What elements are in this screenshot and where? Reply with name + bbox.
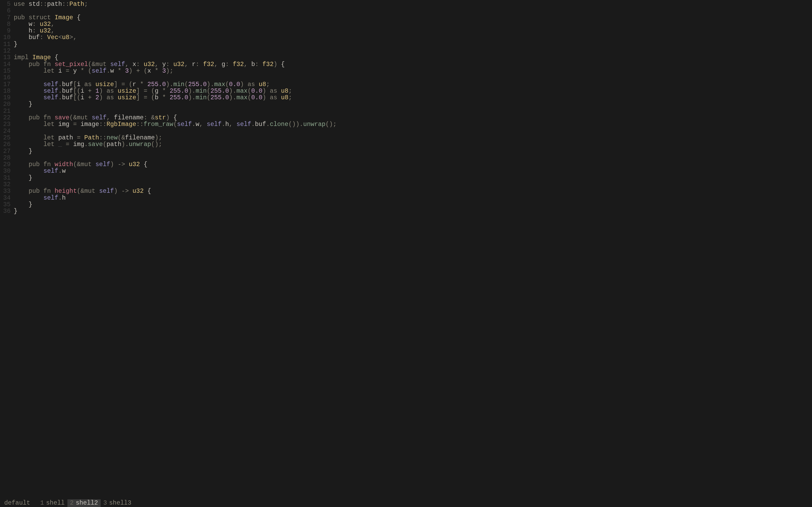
code-content[interactable] bbox=[12, 48, 812, 54]
line-number: 32 bbox=[0, 181, 12, 188]
line-number: 24 bbox=[0, 128, 12, 135]
window-index: 3 bbox=[103, 500, 107, 506]
code-line[interactable]: 32 bbox=[0, 181, 812, 188]
code-content[interactable]: pub struct Image { bbox=[12, 14, 812, 21]
line-number: 6 bbox=[0, 8, 12, 14]
code-content[interactable]: } bbox=[12, 202, 812, 208]
code-line[interactable]: 26 let _ = img.save(path).unwrap(); bbox=[0, 141, 812, 148]
code-content[interactable]: } bbox=[12, 101, 812, 108]
code-content[interactable] bbox=[12, 74, 812, 81]
code-line[interactable]: 6 bbox=[0, 8, 812, 14]
code-content[interactable]: let path = Path::new(&filename); bbox=[12, 135, 812, 141]
code-line[interactable]: 23 let img = image::RgbImage::from_raw(s… bbox=[0, 121, 812, 128]
code-content[interactable] bbox=[12, 8, 812, 14]
code-line[interactable]: 16 bbox=[0, 74, 812, 81]
window-index: 2 bbox=[70, 500, 74, 506]
tmux-window-tab[interactable]: 1shell bbox=[38, 499, 67, 507]
code-line[interactable]: 8 w: u32, bbox=[0, 21, 812, 28]
code-content[interactable] bbox=[12, 181, 812, 188]
code-content[interactable]: } bbox=[12, 208, 812, 215]
line-number: 21 bbox=[0, 108, 12, 115]
window-name: shell2 bbox=[76, 500, 98, 506]
code-line[interactable]: 30 self.w bbox=[0, 168, 812, 175]
line-number: 12 bbox=[0, 48, 12, 54]
line-number: 9 bbox=[0, 28, 12, 34]
code-content[interactable]: } bbox=[12, 41, 812, 48]
line-number: 8 bbox=[0, 21, 12, 28]
line-number: 18 bbox=[0, 88, 12, 95]
session-name: default bbox=[4, 500, 30, 506]
line-number: 17 bbox=[0, 81, 12, 88]
code-line[interactable]: 34 self.h bbox=[0, 195, 812, 202]
line-number: 10 bbox=[0, 34, 12, 41]
line-number: 19 bbox=[0, 95, 12, 101]
line-number: 14 bbox=[0, 61, 12, 68]
code-line[interactable]: 25 let path = Path::new(&filename); bbox=[0, 135, 812, 141]
code-editor[interactable]: 5use std::path::Path;67pub struct Image … bbox=[0, 0, 812, 499]
code-content[interactable]: let _ = img.save(path).unwrap(); bbox=[12, 141, 812, 148]
code-content[interactable]: pub fn height(&mut self) -> u32 { bbox=[12, 188, 812, 194]
line-number: 29 bbox=[0, 161, 12, 168]
line-number: 20 bbox=[0, 101, 12, 108]
code-content[interactable]: self.buf[(i + 1) as usize] = (g * 255.0)… bbox=[12, 88, 812, 95]
code-content[interactable]: let img = image::RgbImage::from_raw(self… bbox=[12, 121, 812, 128]
code-line[interactable]: 19 self.buf[(i + 2) as usize] = (b * 255… bbox=[0, 95, 812, 101]
code-content[interactable]: pub fn save(&mut self, filename: &str) { bbox=[12, 115, 812, 121]
code-content[interactable]: h: u32, bbox=[12, 28, 812, 34]
code-line[interactable]: 27 } bbox=[0, 148, 812, 155]
code-content[interactable]: impl Image { bbox=[12, 54, 812, 61]
line-number: 13 bbox=[0, 54, 12, 61]
code-content[interactable]: self.w bbox=[12, 168, 812, 175]
window-name: shell bbox=[46, 500, 64, 506]
tmux-window-tab[interactable]: 2shell2 bbox=[67, 499, 101, 507]
line-number: 26 bbox=[0, 141, 12, 148]
code-content[interactable] bbox=[12, 108, 812, 115]
window-index: 1 bbox=[40, 500, 44, 506]
line-number: 30 bbox=[0, 168, 12, 175]
line-number: 22 bbox=[0, 115, 12, 121]
code-content[interactable]: } bbox=[12, 148, 812, 155]
code-line[interactable]: 22 pub fn save(&mut self, filename: &str… bbox=[0, 115, 812, 121]
line-number: 7 bbox=[0, 14, 12, 21]
code-line[interactable]: 15 let i = y * (self.w * 3) + (x * 3); bbox=[0, 68, 812, 74]
code-line[interactable]: 21 bbox=[0, 108, 812, 115]
code-content[interactable] bbox=[12, 155, 812, 161]
code-line[interactable]: 31 } bbox=[0, 175, 812, 181]
code-line[interactable]: 9 h: u32, bbox=[0, 28, 812, 34]
code-content[interactable]: let i = y * (self.w * 3) + (x * 3); bbox=[12, 68, 812, 74]
line-number: 15 bbox=[0, 68, 12, 74]
code-content[interactable]: } bbox=[12, 175, 812, 181]
code-line[interactable]: 10 buf: Vec<u8>, bbox=[0, 34, 812, 41]
code-line[interactable]: 36} bbox=[0, 208, 812, 215]
line-number: 23 bbox=[0, 121, 12, 128]
code-content[interactable] bbox=[12, 128, 812, 135]
line-number: 35 bbox=[0, 202, 12, 208]
code-line[interactable]: 33 pub fn height(&mut self) -> u32 { bbox=[0, 188, 812, 194]
code-content[interactable]: self.buf[i as usize] = (r * 255.0).min(2… bbox=[12, 81, 812, 88]
code-line[interactable]: 17 self.buf[i as usize] = (r * 255.0).mi… bbox=[0, 81, 812, 88]
code-content[interactable]: pub fn set_pixel(&mut self, x: u32, y: u… bbox=[12, 61, 812, 68]
line-number: 25 bbox=[0, 135, 12, 141]
code-content[interactable]: w: u32, bbox=[12, 21, 812, 28]
line-number: 36 bbox=[0, 208, 12, 215]
code-line[interactable]: 20 } bbox=[0, 101, 812, 108]
code-content[interactable]: self.buf[(i + 2) as usize] = (b * 255.0)… bbox=[12, 95, 812, 101]
code-content[interactable]: pub fn width(&mut self) -> u32 { bbox=[12, 161, 812, 168]
code-line[interactable]: 11} bbox=[0, 41, 812, 48]
code-content[interactable]: use std::path::Path; bbox=[12, 1, 812, 8]
code-line[interactable]: 29 pub fn width(&mut self) -> u32 { bbox=[0, 161, 812, 168]
code-line[interactable]: 18 self.buf[(i + 1) as usize] = (g * 255… bbox=[0, 88, 812, 95]
code-content[interactable]: buf: Vec<u8>, bbox=[12, 34, 812, 41]
code-line[interactable]: 7pub struct Image { bbox=[0, 14, 812, 21]
code-line[interactable]: 5use std::path::Path; bbox=[0, 1, 812, 8]
line-number: 34 bbox=[0, 195, 12, 202]
code-line[interactable]: 24 bbox=[0, 128, 812, 135]
tmux-window-tab[interactable]: 3shell3 bbox=[101, 499, 134, 507]
code-line[interactable]: 13impl Image { bbox=[0, 54, 812, 61]
line-number: 33 bbox=[0, 188, 12, 194]
code-line[interactable]: 28 bbox=[0, 155, 812, 161]
code-line[interactable]: 12 bbox=[0, 48, 812, 54]
code-line[interactable]: 14 pub fn set_pixel(&mut self, x: u32, y… bbox=[0, 61, 812, 68]
code-line[interactable]: 35 } bbox=[0, 202, 812, 208]
code-content[interactable]: self.h bbox=[12, 195, 812, 202]
